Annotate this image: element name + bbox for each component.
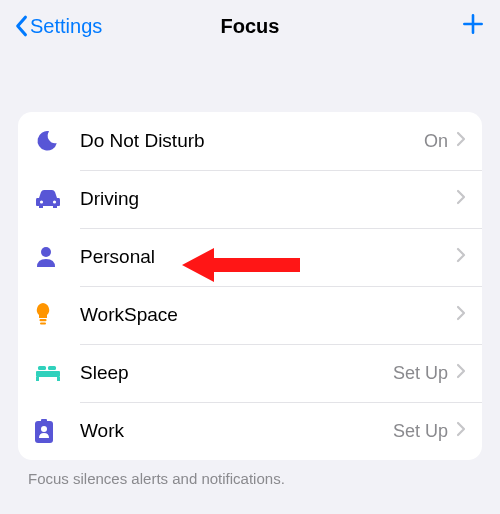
row-label: Work — [80, 420, 393, 442]
svg-rect-4 — [40, 323, 46, 325]
row-label: Do Not Disturb — [80, 130, 424, 152]
chevron-right-icon — [456, 131, 466, 151]
row-sleep[interactable]: Sleep Set Up — [18, 344, 482, 402]
nav-bar: Settings Focus — [0, 0, 500, 52]
chevron-right-icon — [456, 305, 466, 325]
badge-icon — [34, 418, 80, 444]
svg-point-12 — [41, 426, 47, 432]
chevron-right-icon — [456, 247, 466, 267]
chevron-right-icon — [456, 189, 466, 209]
row-label: Personal — [80, 246, 448, 268]
row-label: Sleep — [80, 362, 393, 384]
chevron-left-icon — [14, 15, 28, 37]
focus-list: Do Not Disturb On Driving Personal WorkS… — [18, 112, 482, 460]
svg-point-1 — [53, 200, 56, 203]
row-personal[interactable]: Personal — [18, 228, 482, 286]
chevron-right-icon — [456, 421, 466, 441]
add-button[interactable] — [460, 11, 486, 41]
svg-rect-11 — [41, 419, 47, 423]
moon-icon — [34, 128, 80, 154]
back-label: Settings — [30, 15, 102, 38]
svg-rect-8 — [38, 366, 46, 370]
row-work[interactable]: Work Set Up — [18, 402, 482, 460]
row-driving[interactable]: Driving — [18, 170, 482, 228]
back-button[interactable]: Settings — [14, 15, 102, 38]
row-status: Set Up — [393, 363, 448, 384]
chevron-right-icon — [456, 363, 466, 383]
svg-point-0 — [40, 200, 43, 203]
svg-rect-5 — [36, 371, 60, 377]
person-icon — [34, 245, 80, 269]
footer-text: Focus silences alerts and notifications. — [28, 470, 472, 487]
svg-rect-3 — [40, 319, 47, 321]
svg-point-2 — [41, 247, 51, 257]
car-icon — [34, 188, 80, 210]
svg-rect-7 — [57, 377, 60, 381]
page-title: Focus — [221, 15, 280, 38]
row-status: Set Up — [393, 421, 448, 442]
row-label: Driving — [80, 188, 448, 210]
plus-icon — [460, 11, 486, 37]
row-label: WorkSpace — [80, 304, 448, 326]
row-status: On — [424, 131, 448, 152]
bed-icon — [34, 363, 80, 383]
svg-rect-9 — [48, 366, 56, 370]
row-do-not-disturb[interactable]: Do Not Disturb On — [18, 112, 482, 170]
row-workspace[interactable]: WorkSpace — [18, 286, 482, 344]
bulb-icon — [34, 302, 80, 328]
svg-rect-6 — [36, 377, 39, 381]
